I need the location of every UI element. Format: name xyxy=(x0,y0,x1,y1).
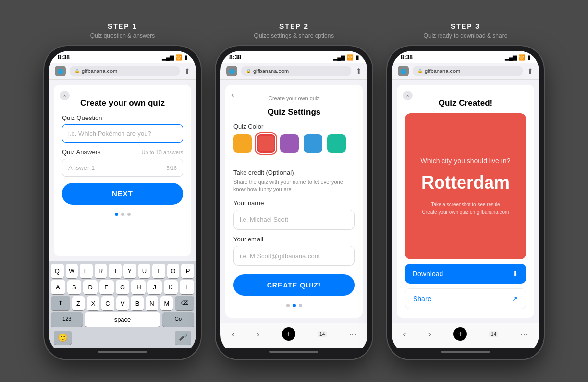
signal-icon-3: ▂▄▆ xyxy=(505,54,516,61)
step-1-column: STEP 1 Quiz question & answers 8:38 ▂▄▆ … xyxy=(44,23,201,359)
back-nav-3[interactable]: ‹ xyxy=(403,329,406,339)
kb-x[interactable]: X xyxy=(87,296,99,310)
kb-o[interactable]: O xyxy=(167,264,180,278)
modal-title-2: Quiz Settings xyxy=(233,107,355,117)
url-text-1: gifbanana.com xyxy=(82,68,117,74)
kb-z[interactable]: Z xyxy=(72,296,85,310)
step-1-label: STEP 1 xyxy=(108,23,137,30)
footnote-line1: Take a screenshot to see resule xyxy=(422,201,509,208)
create-quiz-button[interactable]: CREATE QUIZ! xyxy=(233,274,355,296)
email-placeholder: i.e. M.Scott@gifbanana.com xyxy=(240,252,320,260)
answers-label: Quiz Answers xyxy=(62,148,100,156)
name-section: Your name i.e. Michael Scott xyxy=(233,199,355,230)
kb-row-1: Q W E R T Y U I O P xyxy=(51,264,194,278)
step-3-sublabel: Quiz ready to download & share xyxy=(424,32,508,39)
download-button[interactable]: Download ⬇ xyxy=(405,264,526,284)
color-teal[interactable] xyxy=(327,134,346,153)
step-3-label: STEP 3 xyxy=(451,23,480,30)
color-swatches xyxy=(233,134,355,153)
phone-3-frame: 8:38 ▂▄▆ 🛜 ▮ 🌐 🔒 gifbanana.com ⬆ xyxy=(387,46,544,359)
kb-w[interactable]: W xyxy=(66,264,78,278)
status-bar-2: 8:38 ▂▄▆ 🛜 ▮ xyxy=(220,51,368,63)
color-section: Quiz Color xyxy=(233,123,355,153)
kb-b[interactable]: B xyxy=(131,296,144,310)
share-icon-2[interactable]: ⬆ xyxy=(355,67,362,76)
color-purple[interactable] xyxy=(280,134,299,153)
email-input[interactable]: i.e. M.Scott@gifbanana.com xyxy=(233,246,355,266)
modal-back-2[interactable]: ‹ xyxy=(231,91,234,99)
color-orange[interactable] xyxy=(233,134,252,153)
browser-content-3: × Quiz Created! Which city you should li… xyxy=(392,80,539,323)
kb-j[interactable]: J xyxy=(147,280,162,294)
lock-icon: 🔒 xyxy=(74,69,80,73)
kb-l[interactable]: L xyxy=(180,280,194,294)
kb-123[interactable]: 123 xyxy=(51,312,83,327)
kb-emoji-key[interactable]: 🙂 xyxy=(54,331,72,345)
kb-s[interactable]: S xyxy=(67,280,81,294)
dot-2-active xyxy=(293,304,296,307)
modal-close-3[interactable]: × xyxy=(403,91,413,100)
kb-row-3: ⬆ Z X C V B N M ⌫ xyxy=(51,296,194,310)
name-input[interactable]: i.e. Michael Scott xyxy=(233,210,355,230)
question-input[interactable]: i.e. Which Pokémon are you? xyxy=(62,124,183,143)
color-red[interactable] xyxy=(257,134,275,153)
kb-bottom: 🙂 🎤 xyxy=(51,329,194,346)
dot-1-3 xyxy=(127,213,131,216)
kb-p[interactable]: P xyxy=(181,264,194,278)
tab-count-2[interactable]: 14 xyxy=(318,331,327,337)
share-icon-3[interactable]: ⬆ xyxy=(527,67,533,76)
kb-backspace[interactable]: ⌫ xyxy=(175,296,194,310)
kb-d[interactable]: D xyxy=(83,280,98,294)
status-icons-3: ▂▄▆ 🛜 ▮ xyxy=(505,54,530,61)
more-nav-3[interactable]: ··· xyxy=(520,329,528,339)
kb-go[interactable]: Go xyxy=(162,312,194,327)
kb-r[interactable]: R xyxy=(95,264,107,278)
kb-m[interactable]: M xyxy=(160,296,173,310)
kb-k[interactable]: K xyxy=(164,280,178,294)
kb-a[interactable]: A xyxy=(51,280,65,294)
next-button[interactable]: NEXT xyxy=(62,183,183,205)
wifi-icon-2: 🛜 xyxy=(347,54,354,61)
step-2-label: STEP 2 xyxy=(279,23,309,30)
back-nav-2[interactable]: ‹ xyxy=(232,329,235,339)
forward-nav-2[interactable]: › xyxy=(257,329,260,339)
bottom-nav-2: ‹ › + 14 ··· xyxy=(220,323,368,348)
time-1: 8:38 xyxy=(58,54,70,61)
color-blue[interactable] xyxy=(304,134,322,153)
share-button[interactable]: Share ↗ xyxy=(405,288,526,309)
kb-h[interactable]: H xyxy=(131,280,146,294)
browser-url-2[interactable]: 🔒 gifbanana.com xyxy=(241,66,351,76)
kb-t[interactable]: T xyxy=(109,264,122,278)
kb-mic-key[interactable]: 🎤 xyxy=(175,331,191,345)
kb-e[interactable]: E xyxy=(80,264,93,278)
browser-url-3[interactable]: 🔒 gifbanana.com xyxy=(413,66,523,76)
kb-g[interactable]: G xyxy=(116,280,130,294)
kb-space[interactable]: space xyxy=(85,312,161,327)
kb-f[interactable]: F xyxy=(99,280,114,294)
kb-c[interactable]: C xyxy=(101,296,114,310)
browser-url-1[interactable]: 🔒 gifbanana.com xyxy=(70,66,180,76)
kb-shift[interactable]: ⬆ xyxy=(51,296,70,310)
kb-n[interactable]: N xyxy=(146,296,158,310)
battery-icon: ▮ xyxy=(184,54,187,61)
more-nav-2[interactable]: ··· xyxy=(349,329,356,339)
answer-1-input[interactable]: Answer 1 5/16 xyxy=(62,159,183,177)
tab-count-3[interactable]: 14 xyxy=(489,331,498,337)
step-1-sublabel: Quiz question & answers xyxy=(90,32,155,39)
browser-bar-2: 🌐 🔒 gifbanana.com ⬆ xyxy=(220,63,368,80)
add-nav-2[interactable]: + xyxy=(282,327,295,341)
status-bar-1: 8:38 ▂▄▆ 🛜 ▮ xyxy=(49,51,196,63)
add-nav-3[interactable]: + xyxy=(453,327,467,341)
phone-3-inner: 8:38 ▂▄▆ 🛜 ▮ 🌐 🔒 gifbanana.com ⬆ xyxy=(392,51,539,355)
share-icon-1[interactable]: ⬆ xyxy=(184,67,190,76)
kb-v[interactable]: V xyxy=(116,296,129,310)
kb-u[interactable]: U xyxy=(138,264,151,278)
kb-i[interactable]: I xyxy=(152,264,165,278)
forward-nav-3[interactable]: › xyxy=(428,329,431,339)
modal-close-1[interactable]: × xyxy=(60,91,70,100)
kb-q[interactable]: Q xyxy=(51,264,64,278)
result-answer: Rotterdam xyxy=(421,172,510,193)
kb-y[interactable]: Y xyxy=(123,264,136,278)
dots-2 xyxy=(233,302,355,309)
color-label: Quiz Color xyxy=(233,123,355,130)
